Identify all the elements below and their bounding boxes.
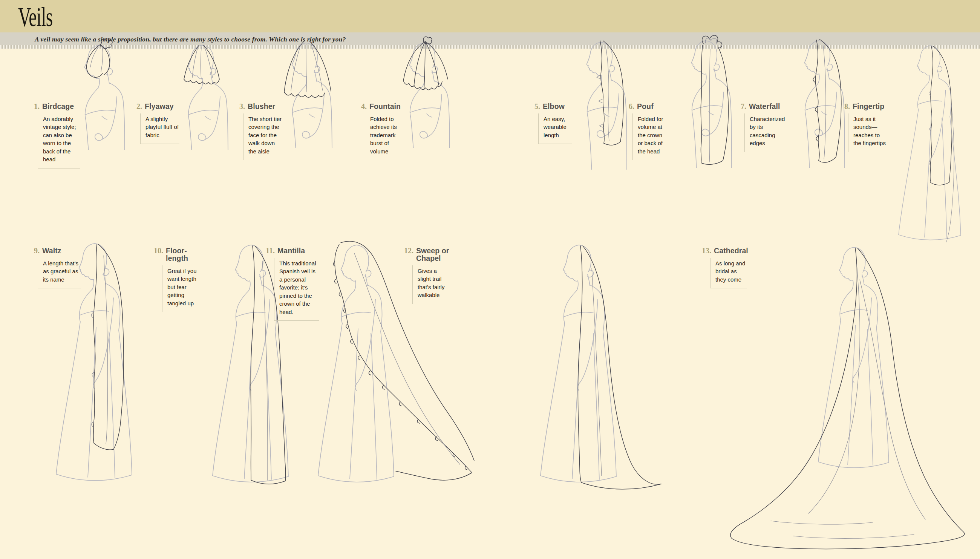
veil-description: An adorably vintage style; can also be w… <box>38 114 80 169</box>
veil-entry-heading: 5. Elbow <box>534 103 572 111</box>
veil-entry-heading: 9. Waltz <box>34 247 81 255</box>
veil-entry-waterfall: 7. Waterfall Characterized by its cascad… <box>740 103 788 152</box>
page-title: Veils <box>18 4 52 31</box>
veil-entry-sweep-or-chapel: 12. Sweep or Chapel Gives a slight trail… <box>404 247 453 304</box>
veil-name: Flyaway <box>145 103 174 110</box>
veil-description: As long and bridal as they come <box>710 258 747 288</box>
veil-number: 3. <box>240 103 245 111</box>
veils-guide-page: Veils A veil may seem like a simple prop… <box>0 0 980 559</box>
veil-entry-birdcage: 1. Birdcage An adorably vintage style; c… <box>34 103 80 169</box>
veil-number: 13. <box>702 247 711 255</box>
veil-number: 10. <box>154 247 163 255</box>
veil-description: An easy, wearable length <box>538 114 572 144</box>
veil-name: Birdcage <box>42 103 74 110</box>
veil-name: Sweep or Chapel <box>416 247 453 262</box>
veil-name: Cathedral <box>714 247 748 255</box>
veil-number: 12. <box>404 247 413 255</box>
veil-entry-elbow: 5. Elbow An easy, wearable length <box>534 103 572 144</box>
veil-description: Gives a slight trail that’s fairly walka… <box>412 265 449 304</box>
veil-entry-waltz: 9. Waltz A length that’s as graceful as … <box>34 247 81 288</box>
veil-entry-heading: 11. Mantilla <box>266 247 319 255</box>
veil-description: A length that’s as graceful as its name <box>38 258 81 288</box>
veil-number: 5. <box>534 103 540 111</box>
veil-number: 4. <box>361 103 367 111</box>
veil-entry-heading: 13. Cathedral <box>702 247 748 255</box>
veil-name: Mantilla <box>278 247 305 255</box>
veil-name: Waterfall <box>749 103 780 110</box>
veil-entry-heading: 7. Waterfall <box>740 103 788 111</box>
veil-number: 7. <box>740 103 746 111</box>
veil-name: Fountain <box>369 103 401 110</box>
veil-entry-heading: 8. Fingertip <box>844 103 888 111</box>
veil-number: 8. <box>844 103 850 111</box>
veil-entry-heading: 1. Birdcage <box>34 103 80 111</box>
veil-name: Pouf <box>637 103 654 110</box>
veil-entry-blusher: 3. Blusher The short tier covering the f… <box>240 103 284 160</box>
veil-entry-mantilla: 11. Mantilla This traditional Spanish ve… <box>266 247 319 321</box>
veil-entry-fingertip: 8. Fingertip Just as it sounds— reaches … <box>844 103 888 152</box>
illustration-sweep-or-chapel <box>524 235 675 498</box>
veil-entry-heading: 2. Flyaway <box>136 103 179 111</box>
veil-description: Just as it sounds— reaches to the finger… <box>848 114 888 152</box>
illustration-elbow <box>559 34 638 170</box>
veil-description: The short tier covering the face for the… <box>243 114 284 160</box>
veil-entry-cathedral: 13. Cathedral As long and bridal as they… <box>702 247 748 288</box>
veil-description: A slightly playful fluff of fabric <box>140 114 179 144</box>
header-band <box>0 0 980 32</box>
veil-number: 11. <box>266 247 275 255</box>
illustration-pouf <box>663 32 742 168</box>
veil-name: Waltz <box>42 247 61 255</box>
veil-name: Fingertip <box>853 103 884 110</box>
veil-entry-heading: 4. Fountain <box>361 103 403 111</box>
veil-entry-heading: 3. Blusher <box>240 103 284 111</box>
veil-entry-heading: 10. Floor-length <box>154 247 199 262</box>
veil-name: Blusher <box>248 103 275 110</box>
veil-number: 9. <box>34 247 40 255</box>
veil-description: Characterized by its cascading edges <box>744 114 788 152</box>
illustration-waterfall <box>777 32 856 168</box>
veil-entry-flyaway: 2. Flyaway A slightly playful fluff of f… <box>136 103 179 144</box>
illustration-fingertip <box>885 37 978 253</box>
veil-name: Elbow <box>543 103 565 110</box>
veil-entry-floor-length: 10. Floor-length Great if you want lengt… <box>154 247 199 312</box>
veil-entry-pouf: 6. Pouf Folded for volume at the crown o… <box>629 103 667 160</box>
veil-description: Folded to achieve its trademark burst of… <box>365 114 403 160</box>
veil-name: Floor-length <box>166 247 193 262</box>
illustration-mantilla <box>302 235 483 498</box>
veil-entry-heading: 6. Pouf <box>629 103 667 111</box>
veil-number: 2. <box>136 103 142 111</box>
veil-number: 6. <box>629 103 635 111</box>
veil-entry-fountain: 4. Fountain Folded to achieve its tradem… <box>361 103 403 160</box>
veil-description: This traditional Spanish veil is a perso… <box>274 258 319 321</box>
veil-description: Folded for volume at the crown or back o… <box>633 114 667 160</box>
veil-number: 1. <box>34 103 40 111</box>
veil-entry-heading: 12. Sweep or Chapel <box>404 247 453 262</box>
veil-description: Great if you want length but fear gettin… <box>162 265 199 312</box>
